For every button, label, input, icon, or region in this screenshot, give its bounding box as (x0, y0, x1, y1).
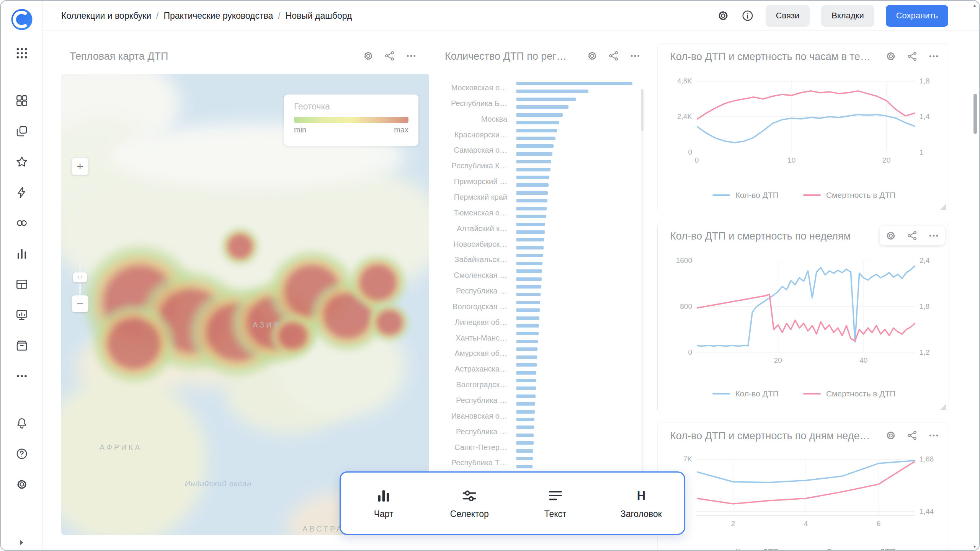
rings-icon[interactable] (15, 217, 28, 230)
widget-menu-icon[interactable] (405, 50, 417, 62)
bar[interactable] (516, 332, 539, 335)
breadcrumb-item[interactable]: Практические руководства (163, 11, 273, 21)
bar[interactable] (516, 395, 536, 398)
legend-item[interactable]: Кол-во ДТП (712, 547, 779, 550)
widget-menu-icon[interactable] (928, 430, 939, 441)
legend-item[interactable]: Смертность в ДТП (803, 389, 895, 398)
bar[interactable] (516, 90, 588, 93)
bar[interactable] (516, 425, 534, 429)
resize-handle[interactable] (940, 404, 946, 410)
window-scrollbar[interactable] (972, 2, 978, 549)
bars-scrollbar[interactable] (641, 89, 644, 525)
hours-chart-plot[interactable] (697, 81, 915, 152)
bar[interactable] (516, 137, 555, 140)
bar[interactable] (516, 191, 548, 195)
bar[interactable] (516, 98, 576, 101)
bar[interactable] (516, 285, 541, 289)
bar[interactable] (516, 176, 549, 179)
widget-menu-icon[interactable] (928, 51, 939, 62)
bar[interactable] (516, 246, 544, 249)
bars-scrollbar-thumb[interactable] (641, 89, 644, 131)
legend-item[interactable]: Смертность в ДТП (803, 547, 895, 550)
tabs-button[interactable]: Вкладки (821, 5, 874, 27)
bar[interactable] (516, 199, 547, 202)
bar[interactable] (516, 152, 552, 156)
widget-links-icon[interactable] (384, 50, 395, 62)
add-chart-button[interactable]: Чарт (351, 487, 416, 519)
bar[interactable] (516, 355, 537, 359)
bar[interactable] (516, 105, 568, 109)
bar[interactable] (516, 308, 540, 312)
info-icon[interactable] (741, 9, 754, 22)
bar[interactable] (516, 269, 542, 273)
widget-links-icon[interactable] (906, 51, 918, 62)
bar[interactable] (516, 207, 547, 210)
bolt-icon[interactable] (15, 186, 28, 199)
heatmap-map[interactable]: АЗИЯ АФРИКА Индийский океан АВСТРАЛИЯ Ге… (61, 74, 429, 535)
zoom-slider-track[interactable] (79, 176, 81, 303)
bar[interactable] (516, 410, 535, 414)
bar[interactable] (516, 230, 545, 234)
breadcrumb-item[interactable]: Коллекции и воркбуки (61, 11, 151, 21)
bar[interactable] (516, 113, 563, 117)
bar[interactable] (516, 340, 538, 343)
resize-handle[interactable] (940, 204, 946, 210)
scroll-down-icon[interactable] (972, 544, 977, 548)
save-button[interactable]: Сохранить (886, 5, 948, 27)
gear-icon[interactable] (15, 478, 28, 491)
more-icon[interactable] (15, 370, 28, 383)
scroll-up-icon[interactable] (972, 3, 977, 7)
weekday-chart-plot[interactable] (697, 459, 915, 516)
bar[interactable] (516, 238, 544, 241)
add-text-button[interactable]: Текст (523, 487, 588, 519)
bar[interactable] (516, 277, 542, 281)
bar[interactable] (516, 386, 536, 390)
bar[interactable] (516, 121, 559, 124)
monitor-icon[interactable] (15, 308, 28, 321)
widget-settings-icon[interactable] (363, 50, 374, 62)
weeks-chart-plot[interactable] (697, 261, 915, 352)
sidebar-collapse-button[interactable] (17, 538, 26, 547)
star-icon[interactable] (15, 155, 28, 168)
zoom-out-button[interactable]: − (72, 295, 88, 312)
bar[interactable] (516, 465, 532, 468)
bar[interactable] (516, 301, 540, 304)
datalens-logo[interactable] (10, 8, 33, 31)
legend-item[interactable]: Смертность в ДТП (803, 191, 895, 200)
bar[interactable] (516, 363, 537, 367)
bar[interactable] (516, 434, 534, 437)
window-scrollbar-thumb[interactable] (973, 94, 977, 134)
help-icon[interactable] (15, 447, 28, 460)
bell-icon[interactable] (15, 417, 28, 430)
bar[interactable] (516, 324, 539, 328)
widget-settings-icon[interactable] (885, 430, 897, 441)
bar[interactable] (516, 160, 551, 163)
widget-menu-icon[interactable] (928, 230, 939, 241)
bar[interactable] (516, 441, 534, 445)
bar[interactable] (516, 379, 536, 382)
bar[interactable] (516, 215, 546, 218)
apps-grid-icon[interactable] (15, 47, 28, 60)
add-title-button[interactable]: HЗаголовок (609, 487, 674, 519)
bar[interactable] (516, 402, 535, 406)
zoom-in-button[interactable]: + (72, 158, 88, 175)
bar[interactable] (516, 418, 534, 421)
widget-settings-icon[interactable] (885, 51, 897, 62)
squares-icon[interactable] (15, 94, 28, 107)
bar[interactable] (516, 449, 533, 453)
bar[interactable] (516, 183, 549, 187)
bar[interactable] (516, 457, 533, 460)
bar[interactable] (516, 347, 537, 351)
bar[interactable] (516, 223, 545, 226)
bar[interactable] (516, 262, 542, 265)
bar[interactable] (516, 168, 550, 171)
add-selector-button[interactable]: Селектор (437, 487, 502, 519)
chart-bars-icon[interactable] (15, 247, 28, 260)
zoom-slider-thumb[interactable] (73, 272, 87, 282)
widget-links-icon[interactable] (906, 230, 918, 241)
bar[interactable] (516, 254, 543, 257)
bar[interactable] (516, 144, 554, 148)
bar[interactable] (516, 371, 536, 375)
widget-settings-icon[interactable] (885, 230, 897, 241)
bar[interactable] (516, 293, 541, 296)
